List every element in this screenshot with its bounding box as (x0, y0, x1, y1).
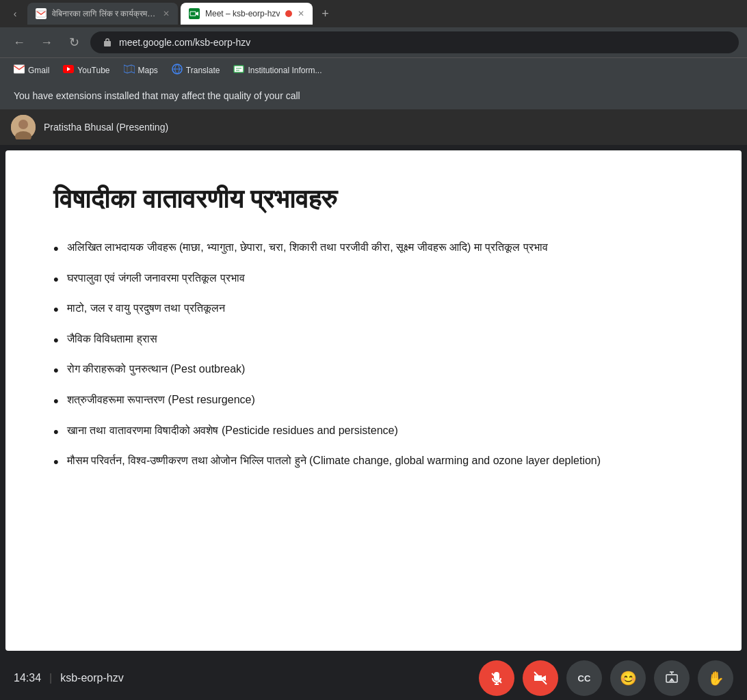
youtube-bm-icon (63, 64, 74, 77)
meet-favicon (189, 8, 200, 19)
presentation-slide: विषादीका वातावरणीय प्रभावहरु अलिखित लाभद… (5, 150, 742, 651)
camera-button[interactable] (523, 660, 558, 696)
bullet-6: शत्रुजीवहरूमा रूपान्तरण (Pest resurgence… (53, 392, 694, 412)
tab-meet[interactable]: Meet – ksb-eorp-hzv ✕ (181, 3, 313, 25)
bookmark-youtube[interactable]: YouTube (57, 61, 115, 79)
bullet-8: मौसम परिवर्तन, विश्व-उष्णीकरण तथा ओजोन भ… (53, 453, 694, 472)
bookmarks-bar: Gmail YouTube Maps (0, 57, 747, 82)
svg-rect-0 (36, 8, 47, 19)
bookmark-translate-label: Translate (186, 66, 220, 75)
reload-button[interactable]: ↻ (63, 31, 85, 53)
info-divider: | (49, 672, 52, 684)
mute-button[interactable] (479, 660, 514, 696)
presenter-name: Pratistha Bhusal (Presenting) (44, 122, 168, 133)
lock-icon (101, 36, 114, 49)
presenter-bar: Pratistha Bhusal (Presenting) (0, 109, 747, 145)
maps-bm-icon (124, 64, 135, 77)
presenter-avatar (11, 115, 36, 139)
bullet-5: रोग कीराहरूको पुनरुत्थान (Pest outbreak) (53, 361, 694, 381)
tab-bar: ‹ वेबिनारका लागि लिंक र कार्यक्रम ता... … (0, 0, 747, 27)
translate-bm-icon (172, 64, 183, 77)
bookmark-gmail[interactable]: Gmail (8, 61, 55, 79)
meeting-id: ksb-eorp-hzv (60, 672, 123, 684)
bullet-7: खाना तथा वातावरणमा विषादीको अवशेष (Pesti… (53, 422, 694, 442)
address-bar: ← → ↻ meet.google.com/ksb-eorp-hzv (0, 27, 747, 57)
gmail-favicon (36, 8, 47, 19)
warning-text: You have extensions installed that may a… (14, 90, 300, 101)
recording-indicator (285, 10, 292, 17)
forward-button[interactable]: → (36, 31, 57, 53)
bookmark-institutional[interactable]: Institutional Inform... (228, 61, 327, 79)
svg-marker-6 (124, 65, 135, 73)
new-tab-button[interactable]: + (315, 4, 335, 23)
present-button[interactable] (654, 660, 690, 696)
bookmark-institutional-label: Institutional Inform... (248, 66, 322, 75)
meeting-controls: CC 😊 ✋ (479, 660, 733, 696)
slide-bullets: अलिखित लाभदायक जीवहरू (माछा, भ्यागुता, छ… (53, 239, 694, 472)
gmail-bm-icon (14, 64, 25, 77)
tab-meet-close[interactable]: ✕ (298, 9, 304, 18)
tab-meet-label: Meet – ksb-eorp-hzv (205, 9, 280, 18)
institutional-bm-icon (233, 64, 244, 77)
bookmark-translate[interactable]: Translate (166, 61, 226, 79)
bullet-1: अलिखित लाभदायक जीवहरू (माछा, भ्यागुता, छ… (53, 239, 694, 259)
bookmark-maps[interactable]: Maps (118, 61, 163, 79)
bottom-bar: 14:34 | ksb-eorp-hzv (0, 656, 747, 700)
url-text: meet.google.com/ksb-eorp-hzv (119, 37, 250, 48)
meet-content: You have extensions installed that may a… (0, 82, 747, 700)
tab-gmail[interactable]: वेबिनारका लागि लिंक र कार्यक्रम ता... ✕ (27, 3, 178, 25)
svg-rect-8 (234, 66, 244, 72)
bookmark-gmail-label: Gmail (28, 66, 49, 75)
svg-point-10 (18, 120, 28, 129)
emoji-button[interactable]: 😊 (610, 660, 646, 696)
warning-banner: You have extensions installed that may a… (0, 82, 747, 109)
bullet-4: जैविक विविधतामा ह्रास (53, 331, 694, 351)
meeting-time: 14:34 (14, 672, 41, 684)
bookmark-maps-label: Maps (138, 66, 158, 75)
meeting-info: 14:34 | ksb-eorp-hzv (14, 672, 124, 684)
tab-gmail-label: वेबिनारका लागि लिंक र कार्यक्रम ता... (52, 9, 157, 18)
url-bar[interactable]: meet.google.com/ksb-eorp-hzv (90, 31, 739, 53)
bookmark-youtube-label: YouTube (77, 66, 109, 75)
slide-title: विषादीका वातावरणीय प्रभावहरु (53, 185, 694, 215)
raise-hand-button[interactable]: ✋ (698, 660, 733, 696)
browser-chrome: ‹ वेबिनारका लागि लिंक र कार्यक्रम ता... … (0, 0, 747, 82)
back-button[interactable]: ← (8, 31, 30, 53)
captions-button[interactable]: CC (566, 660, 602, 696)
tab-gmail-close[interactable]: ✕ (163, 9, 170, 18)
tab-prev-button[interactable]: ‹ (5, 4, 25, 23)
bullet-3: माटो, जल र वायु प्रदुषण तथा प्रतिकूलन (53, 300, 694, 320)
bullet-2: घरपालुवा एवं जंगली जनावरमा प्रतिकूल प्रभ… (53, 270, 694, 290)
